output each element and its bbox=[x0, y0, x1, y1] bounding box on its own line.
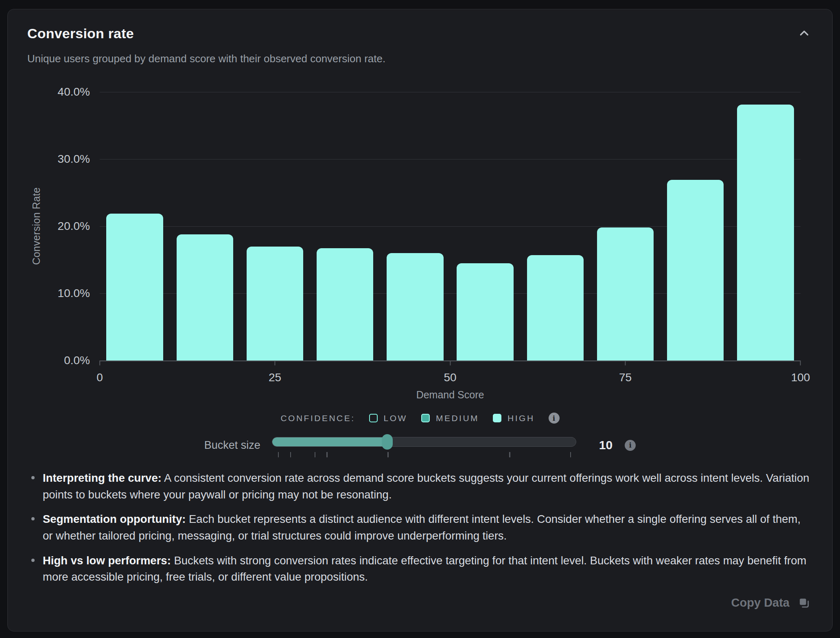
x-tick: 100 bbox=[791, 361, 810, 384]
y-tick-label: 20.0% bbox=[58, 220, 90, 233]
bar-40-50 bbox=[387, 253, 443, 361]
card-subtitle: Unique users grouped by demand score wit… bbox=[27, 52, 813, 65]
bar-slot bbox=[170, 92, 240, 361]
slider-track[interactable] bbox=[272, 437, 576, 447]
card-footer: Copy Data bbox=[27, 594, 813, 612]
collapse-button[interactable] bbox=[796, 25, 813, 42]
bar-slot bbox=[661, 92, 731, 361]
bucket-size-slider[interactable] bbox=[272, 434, 576, 456]
bar-slot bbox=[310, 92, 380, 361]
info-icon[interactable]: i bbox=[625, 440, 636, 451]
legend-item-medium[interactable]: MEDIUM bbox=[421, 413, 479, 423]
confidence-legend: CONFIDENCE: LOWMEDIUMHIGHi bbox=[27, 413, 813, 424]
copy-icon bbox=[798, 596, 810, 609]
slider-tick bbox=[278, 452, 279, 457]
note-lead: Interpreting the curve: bbox=[43, 472, 162, 484]
bar-slot bbox=[100, 92, 170, 361]
x-axis-line bbox=[100, 361, 801, 361]
slider-tick bbox=[387, 452, 389, 457]
legend-item-label: MEDIUM bbox=[436, 413, 479, 423]
slider-tick bbox=[570, 452, 571, 457]
note-lead: High vs low performers: bbox=[43, 554, 171, 567]
x-tick-label: 50 bbox=[444, 371, 456, 384]
slider-thumb[interactable] bbox=[382, 434, 393, 450]
bar-20-30 bbox=[247, 247, 303, 361]
bar-slot bbox=[731, 92, 801, 361]
slider-fill bbox=[272, 437, 387, 446]
x-tick: 25 bbox=[269, 361, 281, 384]
bar-10-20 bbox=[177, 234, 233, 361]
card-header: Conversion rate bbox=[27, 25, 813, 42]
y-tick-label: 0.0% bbox=[64, 354, 90, 367]
chevron-up-icon bbox=[797, 26, 811, 40]
legend-item-low[interactable]: LOW bbox=[369, 413, 407, 423]
x-axis-ticks: 0255075100 bbox=[100, 361, 801, 389]
conversion-rate-card: Conversion rate Unique users grouped by … bbox=[7, 9, 833, 631]
bar-0-10 bbox=[106, 214, 163, 361]
legend-swatch-outline bbox=[369, 414, 378, 422]
legend-item-label: LOW bbox=[384, 413, 407, 423]
slider-tick bbox=[290, 452, 291, 457]
card-title: Conversion rate bbox=[27, 26, 134, 42]
x-tick-label: 100 bbox=[791, 371, 810, 384]
slider-tick bbox=[326, 452, 328, 457]
x-tick-label: 0 bbox=[96, 371, 103, 384]
bar-slot bbox=[380, 92, 450, 361]
x-tick-label: 75 bbox=[619, 371, 632, 384]
page: Conversion rate Unique users grouped by … bbox=[0, 0, 840, 638]
plot-area: 0255075100 40.0%30.0%20.0%10.0%0.0% bbox=[100, 92, 801, 361]
copy-data-label: Copy Data bbox=[731, 596, 790, 610]
bar-slot bbox=[450, 92, 520, 361]
legend-title: CONFIDENCE: bbox=[280, 413, 355, 423]
note-item: High vs low performers: Buckets with str… bbox=[43, 553, 813, 586]
legend-item-label: HIGH bbox=[508, 413, 535, 423]
bucket-size-row: Bucket size 10 i bbox=[27, 434, 813, 456]
legend-swatch-solid bbox=[493, 414, 501, 422]
bar-80-90 bbox=[667, 180, 724, 361]
conversion-rate-chart: Conversion Rate 0255075100 40.0%30.0%20.… bbox=[27, 75, 813, 404]
x-tick: 0 bbox=[96, 361, 103, 384]
slider-tick bbox=[509, 452, 510, 457]
y-axis-title: Conversion Rate bbox=[28, 92, 44, 361]
bar-slot bbox=[520, 92, 590, 361]
legend-item-high[interactable]: HIGH bbox=[493, 413, 535, 423]
copy-data-button[interactable]: Copy Data bbox=[729, 594, 813, 612]
note-item: Segmentation opportunity: Each bucket re… bbox=[43, 511, 813, 544]
bucket-size-value: 10 bbox=[599, 438, 612, 452]
x-tick: 75 bbox=[619, 361, 632, 384]
y-tick-label: 40.0% bbox=[58, 85, 90, 98]
bar-90-100 bbox=[737, 105, 794, 361]
bar-50-60 bbox=[457, 263, 513, 361]
bars-container bbox=[100, 92, 801, 361]
bucket-size-label: Bucket size bbox=[204, 439, 260, 452]
note-lead: Segmentation opportunity: bbox=[43, 513, 186, 525]
interpretation-notes: Interpreting the curve: A consistent con… bbox=[27, 470, 813, 586]
bar-70-80 bbox=[597, 227, 654, 361]
note-item: Interpreting the curve: A consistent con… bbox=[43, 470, 813, 503]
x-tick: 50 bbox=[444, 361, 456, 384]
x-axis-title: Demand Score bbox=[100, 389, 801, 401]
bar-slot bbox=[590, 92, 660, 361]
y-tick-label: 10.0% bbox=[58, 287, 90, 300]
bar-slot bbox=[240, 92, 310, 361]
slider-tick bbox=[315, 452, 316, 457]
bar-30-40 bbox=[317, 248, 373, 361]
y-tick-label: 30.0% bbox=[58, 153, 90, 166]
x-tick-label: 25 bbox=[269, 371, 281, 384]
legend-swatch-half bbox=[421, 414, 430, 422]
info-icon[interactable]: i bbox=[549, 413, 560, 424]
bar-60-70 bbox=[527, 255, 584, 361]
